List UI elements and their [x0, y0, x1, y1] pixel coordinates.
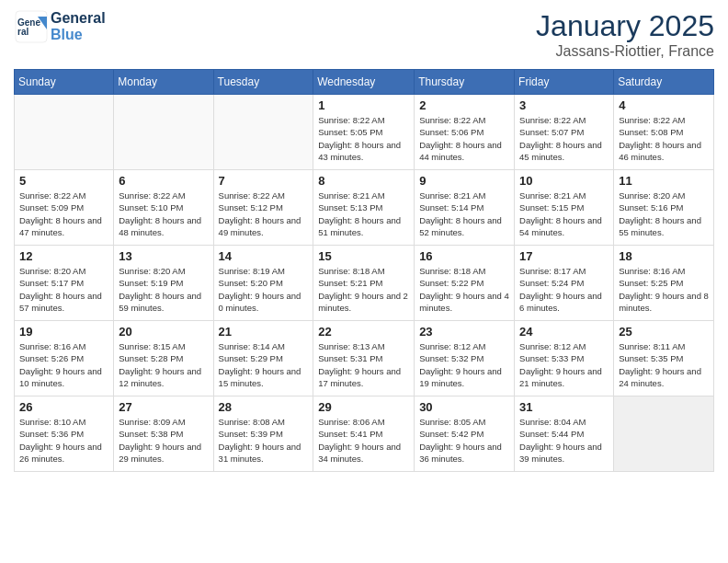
day-number-8: 8 [318, 174, 409, 188]
week-row-5: 26Sunrise: 8:10 AMSunset: 5:36 PMDayligh… [15, 396, 714, 472]
day-number-21: 21 [219, 325, 309, 339]
day-number-5: 5 [19, 174, 108, 188]
calendar-cell-30: 27Sunrise: 8:09 AMSunset: 5:38 PMDayligh… [114, 396, 213, 472]
header-friday: Friday [515, 70, 614, 95]
day-info-11: Sunrise: 8:20 AMSunset: 5:16 PMDaylight:… [619, 190, 709, 238]
day-info-30: Sunrise: 8:05 AMSunset: 5:42 PMDaylight:… [419, 416, 509, 465]
calendar-cell-12: 9Sunrise: 8:21 AMSunset: 5:14 PMDaylight… [415, 170, 515, 246]
calendar-cell-23: 20Sunrise: 8:15 AMSunset: 5:28 PMDayligh… [114, 321, 213, 396]
svg-text:ral: ral [17, 27, 28, 37]
day-info-12: Sunrise: 8:20 AMSunset: 5:17 PMDaylight:… [19, 265, 108, 314]
calendar-cell-7: 4Sunrise: 8:22 AMSunset: 5:08 PMDaylight… [614, 95, 714, 170]
logo-blue-text: Blue [51, 27, 106, 43]
header-tuesday: Tuesday [213, 70, 313, 95]
header-saturday: Saturday [614, 70, 714, 95]
day-number-16: 16 [419, 249, 509, 263]
month-title: January 2025 [536, 9, 714, 43]
day-number-26: 26 [19, 400, 108, 414]
day-info-2: Sunrise: 8:22 AMSunset: 5:06 PMDaylight:… [419, 114, 509, 163]
calendar-cell-19: 16Sunrise: 8:18 AMSunset: 5:22 PMDayligh… [415, 246, 515, 321]
day-number-25: 25 [619, 325, 709, 339]
calendar-cell-24: 21Sunrise: 8:14 AMSunset: 5:29 PMDayligh… [213, 321, 313, 396]
day-info-24: Sunrise: 8:12 AMSunset: 5:33 PMDaylight:… [519, 340, 609, 389]
day-info-8: Sunrise: 8:21 AMSunset: 5:13 PMDaylight:… [318, 190, 409, 238]
header-thursday: Thursday [415, 70, 515, 95]
day-number-7: 7 [219, 174, 309, 188]
day-number-3: 3 [519, 98, 609, 112]
calendar-cell-3 [213, 95, 313, 170]
day-info-22: Sunrise: 8:13 AMSunset: 5:31 PMDaylight:… [318, 340, 409, 389]
header-wednesday: Wednesday [313, 70, 415, 95]
calendar-cell-33: 30Sunrise: 8:05 AMSunset: 5:42 PMDayligh… [415, 396, 515, 472]
day-info-10: Sunrise: 8:21 AMSunset: 5:15 PMDaylight:… [519, 190, 609, 238]
day-info-16: Sunrise: 8:18 AMSunset: 5:22 PMDaylight:… [419, 265, 509, 314]
calendar-cell-35 [614, 396, 714, 472]
day-number-10: 10 [519, 174, 609, 188]
day-info-20: Sunrise: 8:15 AMSunset: 5:28 PMDaylight:… [119, 340, 208, 389]
calendar-cell-18: 15Sunrise: 8:18 AMSunset: 5:21 PMDayligh… [313, 246, 415, 321]
calendar-cell-1 [15, 95, 114, 170]
day-number-24: 24 [519, 325, 609, 339]
day-number-29: 29 [318, 400, 409, 414]
calendar-cell-17: 14Sunrise: 8:19 AMSunset: 5:20 PMDayligh… [213, 246, 313, 321]
day-number-9: 9 [419, 174, 509, 188]
day-number-28: 28 [219, 400, 309, 414]
calendar-cell-8: 5Sunrise: 8:22 AMSunset: 5:09 PMDaylight… [15, 170, 114, 246]
calendar-cell-26: 23Sunrise: 8:12 AMSunset: 5:32 PMDayligh… [415, 321, 515, 396]
day-info-21: Sunrise: 8:14 AMSunset: 5:29 PMDaylight:… [219, 340, 309, 389]
page-header: Gene ral General Blue January 2025 Jassa… [14, 9, 714, 60]
calendar-cell-20: 17Sunrise: 8:17 AMSunset: 5:24 PMDayligh… [515, 246, 614, 321]
day-info-27: Sunrise: 8:09 AMSunset: 5:38 PMDaylight:… [119, 416, 208, 465]
week-row-3: 12Sunrise: 8:20 AMSunset: 5:17 PMDayligh… [15, 246, 714, 321]
calendar-cell-16: 13Sunrise: 8:20 AMSunset: 5:19 PMDayligh… [114, 246, 213, 321]
day-info-13: Sunrise: 8:20 AMSunset: 5:19 PMDaylight:… [119, 265, 208, 314]
calendar-cell-13: 10Sunrise: 8:21 AMSunset: 5:15 PMDayligh… [515, 170, 614, 246]
week-row-2: 5Sunrise: 8:22 AMSunset: 5:09 PMDaylight… [15, 170, 714, 246]
calendar-cell-14: 11Sunrise: 8:20 AMSunset: 5:16 PMDayligh… [614, 170, 714, 246]
day-info-7: Sunrise: 8:22 AMSunset: 5:12 PMDaylight:… [219, 190, 309, 238]
page-container: Gene ral General Blue January 2025 Jassa… [0, 0, 728, 563]
calendar-cell-29: 26Sunrise: 8:10 AMSunset: 5:36 PMDayligh… [15, 396, 114, 472]
day-info-5: Sunrise: 8:22 AMSunset: 5:09 PMDaylight:… [19, 190, 108, 238]
day-info-4: Sunrise: 8:22 AMSunset: 5:08 PMDaylight:… [619, 114, 709, 163]
day-number-20: 20 [119, 325, 208, 339]
day-number-30: 30 [419, 400, 509, 414]
day-number-18: 18 [619, 249, 709, 263]
day-number-15: 15 [318, 249, 409, 263]
calendar-cell-10: 7Sunrise: 8:22 AMSunset: 5:12 PMDaylight… [213, 170, 313, 246]
calendar-cell-27: 24Sunrise: 8:12 AMSunset: 5:33 PMDayligh… [515, 321, 614, 396]
calendar-cell-5: 2Sunrise: 8:22 AMSunset: 5:06 PMDaylight… [415, 95, 515, 170]
day-number-19: 19 [19, 325, 108, 339]
day-number-13: 13 [119, 249, 208, 263]
calendar-cell-15: 12Sunrise: 8:20 AMSunset: 5:17 PMDayligh… [15, 246, 114, 321]
day-number-27: 27 [119, 400, 208, 414]
calendar-cell-21: 18Sunrise: 8:16 AMSunset: 5:25 PMDayligh… [614, 246, 714, 321]
day-number-4: 4 [619, 98, 709, 112]
calendar-cell-31: 28Sunrise: 8:08 AMSunset: 5:39 PMDayligh… [213, 396, 313, 472]
calendar-cell-25: 22Sunrise: 8:13 AMSunset: 5:31 PMDayligh… [313, 321, 415, 396]
day-info-1: Sunrise: 8:22 AMSunset: 5:05 PMDaylight:… [318, 114, 409, 163]
week-row-1: 1Sunrise: 8:22 AMSunset: 5:05 PMDaylight… [15, 95, 714, 170]
calendar-cell-6: 3Sunrise: 8:22 AMSunset: 5:07 PMDaylight… [515, 95, 614, 170]
calendar-cell-34: 31Sunrise: 8:04 AMSunset: 5:44 PMDayligh… [515, 396, 614, 472]
location-text: Jassans-Riottier, France [536, 43, 714, 60]
calendar-cell-28: 25Sunrise: 8:11 AMSunset: 5:35 PMDayligh… [614, 321, 714, 396]
day-info-26: Sunrise: 8:10 AMSunset: 5:36 PMDaylight:… [19, 416, 108, 465]
day-number-22: 22 [318, 325, 409, 339]
header-sunday: Sunday [15, 70, 114, 95]
calendar-cell-9: 6Sunrise: 8:22 AMSunset: 5:10 PMDaylight… [114, 170, 213, 246]
day-number-31: 31 [519, 400, 609, 414]
logo-icon: Gene ral [14, 9, 49, 44]
day-number-12: 12 [19, 249, 108, 263]
logo: Gene ral General Blue [14, 9, 106, 44]
weekday-header-row: Sunday Monday Tuesday Wednesday Thursday… [15, 70, 714, 95]
day-info-19: Sunrise: 8:16 AMSunset: 5:26 PMDaylight:… [19, 340, 108, 389]
logo-general-text: General [51, 10, 106, 27]
calendar-cell-32: 29Sunrise: 8:06 AMSunset: 5:41 PMDayligh… [313, 396, 415, 472]
day-info-9: Sunrise: 8:21 AMSunset: 5:14 PMDaylight:… [419, 190, 509, 238]
week-row-4: 19Sunrise: 8:16 AMSunset: 5:26 PMDayligh… [15, 321, 714, 396]
day-info-28: Sunrise: 8:08 AMSunset: 5:39 PMDaylight:… [219, 416, 309, 465]
day-number-23: 23 [419, 325, 509, 339]
day-info-25: Sunrise: 8:11 AMSunset: 5:35 PMDaylight:… [619, 340, 709, 389]
calendar-cell-22: 19Sunrise: 8:16 AMSunset: 5:26 PMDayligh… [15, 321, 114, 396]
